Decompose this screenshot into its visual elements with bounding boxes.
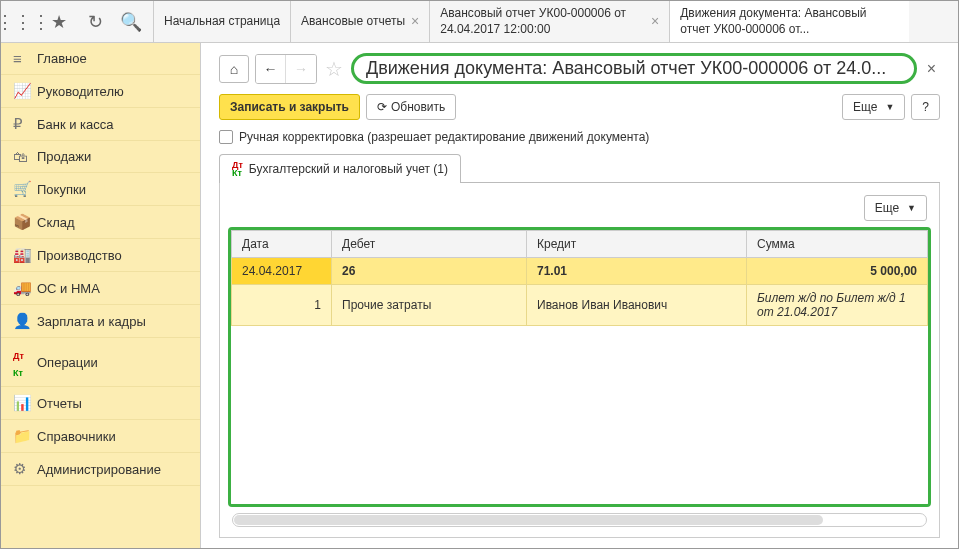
data-table: Дата Дебет Кредит Сумма 24.04.2017 26 71… <box>231 230 928 326</box>
tab-label: Авансовые отчеты <box>301 14 405 30</box>
sidebar-item-label: Руководителю <box>37 84 124 99</box>
person-icon: 👤 <box>13 312 37 330</box>
sidebar-item-warehouse[interactable]: 📦 Склад <box>1 206 200 239</box>
col-sum[interactable]: Сумма <box>747 231 928 258</box>
main-layout: ≡ Главное 📈 Руководителю ₽ Банк и касса … <box>1 43 958 548</box>
cell-credit-desc: Иванов Иван Иванович <box>527 285 747 326</box>
manual-correction-checkbox[interactable] <box>219 130 233 144</box>
sidebar-item-production[interactable]: 🏭 Производство <box>1 239 200 272</box>
top-icons: ⋮⋮⋮ ★ ↻ 🔍 <box>1 1 153 42</box>
apps-icon[interactable]: ⋮⋮⋮ <box>5 1 41 43</box>
chevron-down-icon: ▼ <box>907 203 916 213</box>
menu-icon: ≡ <box>13 50 37 67</box>
close-button[interactable]: × <box>923 60 940 78</box>
help-button[interactable]: ? <box>911 94 940 120</box>
sidebar-item-purchases[interactable]: 🛒 Покупки <box>1 173 200 206</box>
sidebar-item-label: Склад <box>37 215 75 230</box>
sidebar-item-label: Операции <box>37 355 98 370</box>
ruble-icon: ₽ <box>13 115 37 133</box>
favorite-button[interactable]: ☆ <box>323 58 345 80</box>
horizontal-scrollbar[interactable] <box>232 513 927 527</box>
dtkt-icon: ДтКт <box>232 161 243 177</box>
close-icon[interactable]: × <box>651 12 659 30</box>
tab-document-movements[interactable]: Движения документа: Авансовый отчет УК00… <box>669 1 909 42</box>
tab-label: Начальная страница <box>164 14 280 30</box>
sidebar-item-label: Производство <box>37 248 122 263</box>
tab-label: Авансовый отчет УК00-000006 от 24.04.201… <box>440 6 645 37</box>
top-bar: ⋮⋮⋮ ★ ↻ 🔍 Начальная страница Авансовые о… <box>1 1 958 43</box>
checkbox-label: Ручная корректировка (разрешает редактир… <box>239 130 649 144</box>
sidebar-item-label: Покупки <box>37 182 86 197</box>
cell-debit: 26 <box>332 258 527 285</box>
tab-home[interactable]: Начальная страница <box>153 1 290 42</box>
bar-chart-icon: 📊 <box>13 394 37 412</box>
search-icon[interactable]: 🔍 <box>113 1 149 43</box>
col-date[interactable]: Дата <box>232 231 332 258</box>
manual-correction-row: Ручная корректировка (разрешает редактир… <box>219 130 940 144</box>
col-debit[interactable]: Дебет <box>332 231 527 258</box>
chevron-down-icon: ▼ <box>885 102 894 112</box>
sidebar-item-directories[interactable]: 📁 Справочники <box>1 420 200 453</box>
data-table-wrap: Дата Дебет Кредит Сумма 24.04.2017 26 71… <box>228 227 931 507</box>
cell-debit-desc: Прочие затраты <box>332 285 527 326</box>
button-label: Записать и закрыть <box>230 100 349 114</box>
refresh-button[interactable]: ⟳ Обновить <box>366 94 456 120</box>
table-header-row: Дата Дебет Кредит Сумма <box>232 231 928 258</box>
content: ⌂ ← → ☆ Движения документа: Авансовый от… <box>201 43 958 548</box>
table-row[interactable]: 24.04.2017 26 71.01 5 000,00 <box>232 258 928 285</box>
refresh-icon: ⟳ <box>377 100 387 114</box>
box-icon: 📦 <box>13 213 37 231</box>
sidebar-item-salary[interactable]: 👤 Зарплата и кадры <box>1 305 200 338</box>
button-label: Еще <box>875 201 899 215</box>
forward-button[interactable]: → <box>286 55 316 83</box>
history-icon[interactable]: ↻ <box>77 1 113 43</box>
back-button[interactable]: ← <box>256 55 286 83</box>
cell-num: 1 <box>232 285 332 326</box>
more-button[interactable]: Еще ▼ <box>842 94 905 120</box>
title-row: ⌂ ← → ☆ Движения документа: Авансовый от… <box>219 53 940 84</box>
sidebar-item-label: Отчеты <box>37 396 82 411</box>
toolbar: Записать и закрыть ⟳ Обновить Еще ▼ ? <box>219 94 940 120</box>
sidebar-item-sales[interactable]: 🛍 Продажи <box>1 141 200 173</box>
sidebar-item-reports[interactable]: 📊 Отчеты <box>1 387 200 420</box>
button-label: Обновить <box>391 100 445 114</box>
cell-credit: 71.01 <box>527 258 747 285</box>
tab-label: Движения документа: Авансовый отчет УК00… <box>680 6 899 37</box>
factory-icon: 🏭 <box>13 246 37 264</box>
save-close-button[interactable]: Записать и закрыть <box>219 94 360 120</box>
table-toolbar: Еще ▼ <box>228 195 931 221</box>
tab-strip: ДтКт Бухгалтерский и налоговый учет (1) <box>219 154 940 183</box>
cart-icon: 🛒 <box>13 180 37 198</box>
tab-advance-reports[interactable]: Авансовые отчеты × <box>290 1 429 42</box>
table-area: Еще ▼ Дата Дебет Кредит Сумма <box>219 183 940 538</box>
table-more-button[interactable]: Еще ▼ <box>864 195 927 221</box>
sidebar-item-label: Администрирование <box>37 462 161 477</box>
sidebar-item-main[interactable]: ≡ Главное <box>1 43 200 75</box>
tab-accounting[interactable]: ДтКт Бухгалтерский и налоговый учет (1) <box>219 154 461 183</box>
cell-sum-desc: Билет ж/д по Билет ж/д 1 от 21.04.2017 <box>747 285 928 326</box>
sidebar: ≡ Главное 📈 Руководителю ₽ Банк и касса … <box>1 43 201 548</box>
col-credit[interactable]: Кредит <box>527 231 747 258</box>
sidebar-item-label: ОС и НМА <box>37 281 100 296</box>
sidebar-item-operations[interactable]: ДтКт Операции <box>1 338 200 387</box>
sidebar-item-bank[interactable]: ₽ Банк и касса <box>1 108 200 141</box>
star-icon[interactable]: ★ <box>41 1 77 43</box>
home-button[interactable]: ⌂ <box>219 55 249 83</box>
tab-label: Бухгалтерский и налоговый учет (1) <box>249 162 448 176</box>
tab-advance-report-doc[interactable]: Авансовый отчет УК00-000006 от 24.04.201… <box>429 1 669 42</box>
chart-icon: 📈 <box>13 82 37 100</box>
sidebar-item-label: Главное <box>37 51 87 66</box>
sidebar-item-label: Справочники <box>37 429 116 444</box>
folder-icon: 📁 <box>13 427 37 445</box>
table-row[interactable]: 1 Прочие затраты Иванов Иван Иванович Би… <box>232 285 928 326</box>
table-filler <box>231 326 928 504</box>
close-icon[interactable]: × <box>411 12 419 30</box>
scrollbar-thumb[interactable] <box>234 515 823 525</box>
sidebar-item-manager[interactable]: 📈 Руководителю <box>1 75 200 108</box>
dtkt-icon: ДтКт <box>13 345 37 379</box>
gear-icon: ⚙ <box>13 460 37 478</box>
button-label: Еще <box>853 100 877 114</box>
sidebar-item-admin[interactable]: ⚙ Администрирование <box>1 453 200 486</box>
cell-date: 24.04.2017 <box>232 258 332 285</box>
sidebar-item-os-nma[interactable]: 🚚 ОС и НМА <box>1 272 200 305</box>
